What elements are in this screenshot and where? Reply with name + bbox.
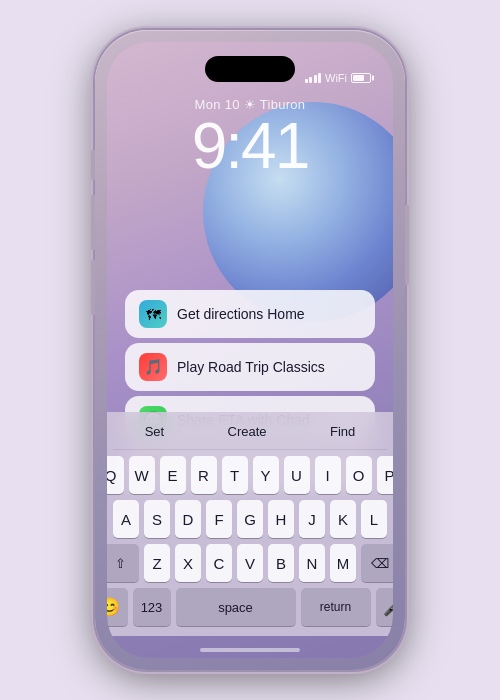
suggestion-create[interactable]: Create xyxy=(220,422,275,441)
wifi-icon: WiFi xyxy=(325,72,347,84)
key-y[interactable]: Y xyxy=(253,456,279,494)
emoji-key[interactable]: 😊 xyxy=(107,588,128,626)
key-t[interactable]: T xyxy=(222,456,248,494)
volume-up-button[interactable] xyxy=(91,195,95,250)
maps-icon: 🗺 xyxy=(139,300,167,328)
num-key[interactable]: 123 xyxy=(133,588,171,626)
shift-key[interactable]: ⇧ xyxy=(107,544,139,582)
key-b[interactable]: B xyxy=(268,544,294,582)
power-button[interactable] xyxy=(405,205,409,285)
key-h[interactable]: H xyxy=(268,500,294,538)
key-q[interactable]: Q xyxy=(107,456,124,494)
space-key[interactable]: space xyxy=(176,588,296,626)
key-g[interactable]: G xyxy=(237,500,263,538)
key-f[interactable]: F xyxy=(206,500,232,538)
mute-button[interactable] xyxy=(91,150,95,180)
suggestion-directions-text: Get directions Home xyxy=(177,306,305,322)
key-d[interactable]: D xyxy=(175,500,201,538)
key-z[interactable]: Z xyxy=(144,544,170,582)
keyboard-row-3: ⇧ Z X C V B N M ⌫ xyxy=(113,544,387,582)
volume-down-button[interactable] xyxy=(91,260,95,315)
status-right-icons: WiFi xyxy=(305,72,372,84)
key-u[interactable]: U xyxy=(284,456,310,494)
phone-outer: WiFi Mon 10 ☀ Tiburon 9:41 🗺 Get directi… xyxy=(95,30,405,670)
keyboard-suggestions-row: Set Create Find xyxy=(113,418,387,450)
key-k[interactable]: K xyxy=(330,500,356,538)
keyboard-row-2: A S D F G H J K L xyxy=(113,500,387,538)
battery-icon xyxy=(351,73,371,83)
key-e[interactable]: E xyxy=(160,456,186,494)
key-o[interactable]: O xyxy=(346,456,372,494)
signal-icon xyxy=(305,73,322,83)
return-key[interactable]: return xyxy=(301,588,371,626)
key-c[interactable]: C xyxy=(206,544,232,582)
key-w[interactable]: W xyxy=(129,456,155,494)
key-p[interactable]: P xyxy=(377,456,394,494)
key-s[interactable]: S xyxy=(144,500,170,538)
key-l[interactable]: L xyxy=(361,500,387,538)
suggestion-directions[interactable]: 🗺 Get directions Home xyxy=(125,290,375,338)
suggestion-find[interactable]: Find xyxy=(322,422,363,441)
keyboard-bottom-row: 😊 123 space return 🎤 xyxy=(113,588,387,626)
key-v[interactable]: V xyxy=(237,544,263,582)
keyboard-row-1: Q W E R T Y U I O P xyxy=(113,456,387,494)
suggestion-music[interactable]: 🎵 Play Road Trip Classics xyxy=(125,343,375,391)
key-m[interactable]: M xyxy=(330,544,356,582)
key-a[interactable]: A xyxy=(113,500,139,538)
keyboard-area: Set Create Find Q W E R T Y U I O P A S xyxy=(107,412,393,636)
key-i[interactable]: I xyxy=(315,456,341,494)
phone-screen: WiFi Mon 10 ☀ Tiburon 9:41 🗺 Get directi… xyxy=(107,42,393,658)
clock-time: 9:41 xyxy=(107,114,393,178)
music-icon: 🎵 xyxy=(139,353,167,381)
delete-key[interactable]: ⌫ xyxy=(361,544,393,582)
key-x[interactable]: X xyxy=(175,544,201,582)
key-j[interactable]: J xyxy=(299,500,325,538)
key-r[interactable]: R xyxy=(191,456,217,494)
home-indicator xyxy=(200,648,300,652)
key-n[interactable]: N xyxy=(299,544,325,582)
dynamic-island xyxy=(205,56,295,82)
suggestion-music-text: Play Road Trip Classics xyxy=(177,359,325,375)
suggestion-set[interactable]: Set xyxy=(137,422,173,441)
mic-key[interactable]: 🎤 xyxy=(376,588,394,626)
